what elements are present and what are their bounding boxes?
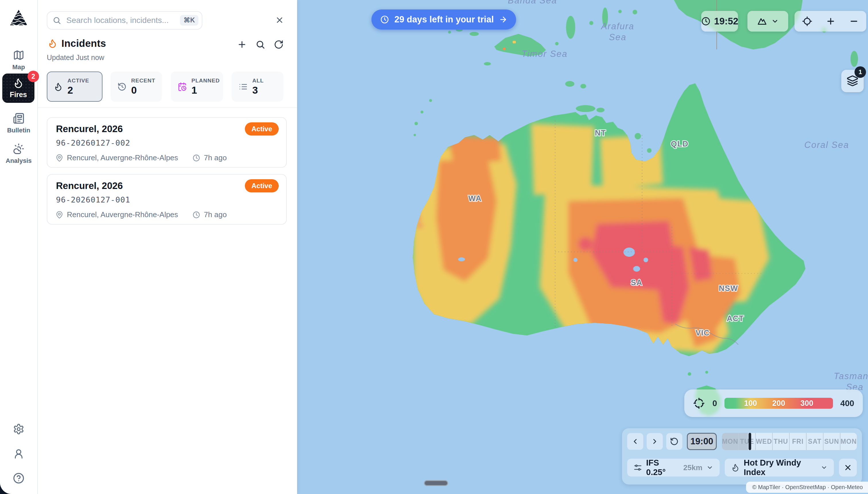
legend-tick: 300 [800,399,813,408]
add-incident-button[interactable] [236,38,248,51]
sidebar-item-label: Analysis [6,157,32,165]
help-button[interactable] [0,472,37,484]
incident-title: Rencurel, 2026 [56,180,123,191]
legend-tick: 100 [744,399,757,408]
chevron-down-icon [771,18,779,25]
timeline-close-button[interactable] [839,459,857,476]
rotate-ccw-icon [670,437,678,446]
calendar-clock-icon [178,82,187,91]
chevron-down-icon [706,464,713,471]
sidebar-item-map[interactable]: Map [0,50,37,71]
state-label-nt: NT [595,129,606,137]
timeline-time-button[interactable]: 19:00 [687,433,717,450]
filter-all[interactable]: ALL3 [232,72,283,102]
profile-button[interactable] [0,448,37,459]
legend-tick: 200 [772,399,785,408]
timeline-prev-button[interactable] [627,433,643,450]
clock-icon [701,16,711,26]
sliders-icon [633,463,642,472]
timeline-day[interactable]: FRI [789,433,806,450]
timeline-day[interactable]: MON [840,433,857,450]
timeline-day-strip[interactable]: MON TUE WED THU FRI SAT SUN MON [722,433,857,450]
search-icon [53,16,61,25]
close-icon [844,463,852,472]
trial-banner[interactable]: 29 days left in your trial [371,10,516,30]
flame-icon [731,463,740,472]
gear-icon [13,423,24,435]
timeline-day[interactable]: SUN [823,433,840,450]
clock-icon [192,211,200,219]
sidebar-item-label: Fires [10,91,27,99]
search-icon [255,40,265,50]
map-pin-icon [55,211,63,219]
flame-icon [54,82,63,91]
timeline-cursor[interactable] [749,433,751,450]
close-icon [275,16,284,25]
timeline-reset-button[interactable] [666,433,682,450]
sidebar-item-bulletin[interactable]: Bulletin [0,113,37,134]
sidebar-item-label: Bulletin [7,127,31,134]
minus-icon [849,16,859,26]
chevron-right-icon [651,437,659,445]
sea-label-arafura: Arafura [600,21,634,31]
timeline-day[interactable]: SAT [806,433,823,450]
terrain-dropdown[interactable] [747,11,788,32]
map-clock: 19:52 [701,11,738,32]
map-pin-icon [55,154,63,162]
map-controls [794,11,866,32]
filter-planned[interactable]: PLANNED1 [171,72,223,102]
sea-label-timor: Timor Sea [521,49,568,59]
timeline-panel: 19:00 MON TUE WED THU FRI SAT SUN MON [622,428,862,484]
search-incidents-button[interactable] [254,38,267,51]
filter-recent[interactable]: RECENT0 [111,72,162,102]
fires-count-badge: 2 [27,71,39,82]
state-label-act: ACT [727,314,744,323]
incident-location: Rencurel, Auvergne-Rhône-Alpes [67,210,178,219]
status-badge: Active [245,179,279,192]
timeline-day[interactable]: TUE [738,433,755,450]
updated-status: Updated Just now [47,53,104,62]
incident-title: Rencurel, 2026 [56,124,123,134]
history-icon [117,82,126,91]
index-dropdown[interactable]: Hot Dry Windy Index [725,459,834,476]
map-area: Banda Sea Arafura Sea Timor Sea Coral Se… [297,0,868,494]
refresh-icon [274,40,283,50]
refresh-button[interactable] [272,38,285,51]
timeline-next-button[interactable] [647,433,663,450]
clock-icon [192,154,200,162]
timeline-day[interactable]: THU [772,433,789,450]
chevron-left-icon [631,437,639,445]
sidebar-item-fires[interactable]: Fires 2 [2,74,35,103]
target-icon [693,397,705,409]
app-logo [9,8,28,27]
search-box: ⌘K [47,11,202,30]
panel-close-button[interactable] [273,14,286,26]
sidebar-item-label: Map [12,63,25,71]
clock-icon [380,15,389,24]
filter-active[interactable]: ACTIVE2 [47,72,102,102]
settings-button[interactable] [0,423,37,435]
plus-icon [237,40,247,50]
map-icon [13,50,24,61]
state-label-vic: VIC [695,328,710,337]
layers-button[interactable]: 1 [841,70,864,92]
drag-handle[interactable] [424,480,448,486]
zoom-out-button[interactable] [849,16,859,26]
app-window: Banda Sea Arafura Sea Timor Sea Coral Se… [0,0,868,494]
cloud-sun-icon [13,143,24,154]
locate-button[interactable] [802,16,812,26]
incidents-header: Incidents [48,38,106,49]
trial-banner-label: 29 days left in your trial [394,14,494,25]
sidebar-item-analysis[interactable]: Analysis [0,143,37,165]
timeline-day[interactable]: WED [755,433,772,450]
page-title: Incidents [61,38,106,49]
incident-id: 96-20260127-002 [56,138,130,147]
model-dropdown[interactable]: IFS 0.25° 25km [627,459,719,476]
incident-card[interactable]: Rencurel, 2026 Active 96-20260127-001 Re… [47,174,287,225]
map-canvas[interactable]: Banda Sea Arafura Sea Timor Sea Coral Se… [297,0,868,494]
timeline-day[interactable]: MON [722,433,738,450]
zoom-in-button[interactable] [826,16,835,26]
svg-text:Sea: Sea [609,32,626,42]
search-input[interactable] [47,11,202,30]
incident-card[interactable]: Rencurel, 2026 Active 96-20260127-002 Re… [47,117,287,168]
